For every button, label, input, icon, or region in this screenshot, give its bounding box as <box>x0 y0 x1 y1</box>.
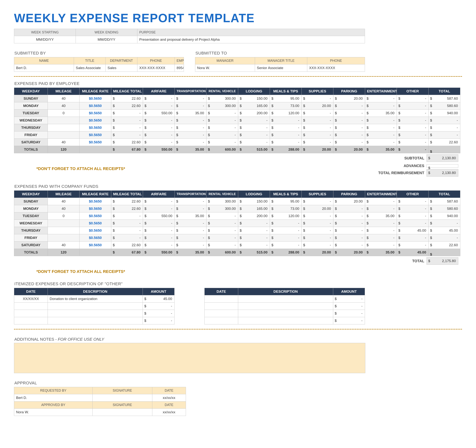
mileage-cell[interactable]: 40 <box>48 102 79 110</box>
meals-cell[interactable]: - <box>270 220 302 227</box>
mileage-cell[interactable]: 40 <box>48 95 79 102</box>
meals-cell[interactable]: - <box>270 227 302 234</box>
supp-cell[interactable]: - <box>302 124 333 131</box>
week-ending-value[interactable]: MM/DD/YY <box>76 36 137 43</box>
item-date[interactable] <box>14 317 48 324</box>
total-cell[interactable]: - <box>429 220 460 227</box>
mtot-cell[interactable]: - <box>111 220 143 227</box>
item-amt[interactable]: - <box>333 317 365 324</box>
air-cell[interactable]: - <box>143 124 175 131</box>
park-cell[interactable]: - <box>333 131 365 139</box>
lodge-cell[interactable]: - <box>238 234 270 242</box>
ent-cell[interactable]: 35.00 <box>365 212 397 220</box>
item-amt[interactable]: - <box>333 295 365 303</box>
mtot-cell[interactable]: - <box>111 124 143 131</box>
mileage-cell[interactable]: 40 <box>48 198 79 205</box>
other-cell[interactable]: 45.00 <box>397 227 429 234</box>
total-cell[interactable]: 45.00 <box>429 227 460 234</box>
meals-cell[interactable]: 120.00 <box>270 110 302 117</box>
air-cell[interactable]: - <box>143 117 175 124</box>
mtot-cell[interactable]: 22.60 <box>111 205 143 212</box>
trans-cell[interactable]: - <box>175 131 206 139</box>
supp-cell[interactable]: - <box>302 212 333 220</box>
total-cell[interactable]: 580.60 <box>429 205 460 212</box>
lodge-cell[interactable]: - <box>238 117 270 124</box>
rental-cell[interactable]: - <box>206 124 238 131</box>
ent-cell[interactable]: 35.00 <box>365 110 397 117</box>
st-phone[interactable]: XXX-XXX-XXXX <box>307 64 365 72</box>
total-cell[interactable]: 22.60 <box>429 242 460 249</box>
sb-title[interactable]: Sales Associate <box>74 64 106 72</box>
requested-date[interactable]: xx/xx/xx <box>152 394 186 402</box>
trans-cell[interactable]: - <box>175 205 206 212</box>
park-cell[interactable]: - <box>333 110 365 117</box>
lodge-cell[interactable]: 150.00 <box>238 198 270 205</box>
mtot-cell[interactable]: - <box>111 212 143 220</box>
trans-cell[interactable]: - <box>175 198 206 205</box>
rental-cell[interactable]: 300.00 <box>206 198 238 205</box>
trans-cell[interactable]: 35.00 <box>175 212 206 220</box>
supp-cell[interactable]: - <box>302 131 333 139</box>
other-cell[interactable]: - <box>397 95 429 102</box>
item-date[interactable] <box>14 303 48 310</box>
supp-cell[interactable]: - <box>302 117 333 124</box>
rental-cell[interactable]: - <box>206 242 238 249</box>
air-cell[interactable]: 550.00 <box>143 110 175 117</box>
lodge-cell[interactable]: - <box>238 227 270 234</box>
mileage-cell[interactable] <box>48 227 79 234</box>
item-desc[interactable] <box>238 303 333 310</box>
sb-dept[interactable]: Sales <box>106 64 137 72</box>
air-cell[interactable]: - <box>143 102 175 110</box>
total-cell[interactable]: 587.60 <box>429 198 460 205</box>
item-desc[interactable] <box>48 303 143 310</box>
ent-cell[interactable]: - <box>365 124 397 131</box>
ent-cell[interactable]: - <box>365 117 397 124</box>
requested-by[interactable]: Bert D. <box>14 394 93 402</box>
lodge-cell[interactable]: - <box>238 220 270 227</box>
air-cell[interactable]: - <box>143 139 175 146</box>
item-date[interactable]: XX/XX/XX <box>14 295 48 303</box>
other-cell[interactable]: - <box>397 205 429 212</box>
rental-cell[interactable]: - <box>206 212 238 220</box>
ent-cell[interactable]: - <box>365 102 397 110</box>
other-cell[interactable]: - <box>397 220 429 227</box>
st-mtitle[interactable]: Senior Associate <box>255 64 307 72</box>
item-desc[interactable]: Donation to client organization <box>48 295 143 303</box>
mtot-cell[interactable]: - <box>111 234 143 242</box>
total-cell[interactable]: - <box>429 131 460 139</box>
total-cell[interactable]: - <box>429 234 460 242</box>
park-cell[interactable]: 20.00 <box>333 95 365 102</box>
other-cell[interactable]: - <box>397 242 429 249</box>
park-cell[interactable]: - <box>333 242 365 249</box>
item-date[interactable] <box>204 303 238 310</box>
meals-cell[interactable]: 95.00 <box>270 198 302 205</box>
mileage-cell[interactable]: 40 <box>48 242 79 249</box>
rental-cell[interactable]: - <box>206 110 238 117</box>
ent-cell[interactable]: - <box>365 242 397 249</box>
item-desc[interactable] <box>48 317 143 324</box>
park-cell[interactable]: - <box>333 102 365 110</box>
meals-cell[interactable]: - <box>270 139 302 146</box>
other-cell[interactable]: - <box>397 131 429 139</box>
trans-cell[interactable]: 35.00 <box>175 110 206 117</box>
other-cell[interactable]: - <box>397 110 429 117</box>
supp-cell[interactable]: - <box>302 242 333 249</box>
meals-cell[interactable]: 73.00 <box>270 102 302 110</box>
sb-phone[interactable]: XXX-XXX-XXXX <box>137 64 175 72</box>
item-amt[interactable]: - <box>333 303 365 310</box>
supp-cell[interactable]: - <box>302 220 333 227</box>
advances-value[interactable] <box>426 164 458 168</box>
approved-date[interactable]: xx/xx/xx <box>152 409 186 416</box>
mileage-cell[interactable]: 40 <box>48 205 79 212</box>
approved-sig[interactable] <box>93 409 152 416</box>
mileage-cell[interactable] <box>48 234 79 242</box>
air-cell[interactable]: 550.00 <box>143 212 175 220</box>
park-cell[interactable]: - <box>333 124 365 131</box>
supp-cell[interactable]: - <box>302 234 333 242</box>
ent-cell[interactable]: - <box>365 220 397 227</box>
air-cell[interactable]: - <box>143 205 175 212</box>
mtot-cell[interactable]: 22.60 <box>111 198 143 205</box>
supp-cell[interactable]: 20.00 <box>302 102 333 110</box>
meals-cell[interactable]: - <box>270 117 302 124</box>
mtot-cell[interactable]: - <box>111 110 143 117</box>
